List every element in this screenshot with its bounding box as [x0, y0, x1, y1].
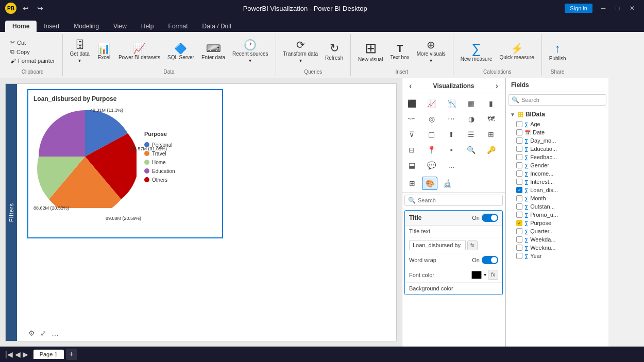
viz-gauge[interactable]: ◑ [464, 112, 479, 126]
field-year[interactable]: ∑ Year [506, 252, 608, 260]
recent-sources-button[interactable]: 🕐 Recent sources ▾ [229, 38, 271, 65]
viz-line2[interactable]: 〰 [404, 112, 419, 126]
viz-fields-icon[interactable]: ⊞ [404, 177, 420, 190]
enter-data-button[interactable]: ⌨ Enter data [198, 41, 228, 62]
field-promo-checkbox[interactable] [516, 212, 522, 218]
quick-measure-button[interactable]: ⚡ Quick measure [496, 41, 537, 62]
tab-home[interactable]: Home [5, 21, 37, 32]
undo-button[interactable]: ↩ [21, 3, 31, 13]
field-daymo-checkbox[interactable] [516, 137, 522, 144]
field-education[interactable]: ∑ Educatio... [506, 145, 608, 153]
field-date-checkbox[interactable] [516, 129, 522, 135]
viz-matrix[interactable]: ⊟ [404, 143, 419, 157]
add-page-button[interactable]: + [66, 349, 77, 360]
viz-stacked-col[interactable]: ▮ [484, 96, 498, 111]
title-toggle[interactable] [482, 214, 498, 222]
viz-slicer[interactable]: ☰ [464, 127, 479, 142]
field-outstanding-checkbox[interactable] [516, 203, 522, 210]
more-options-btn[interactable]: … [50, 328, 60, 338]
field-year-checkbox[interactable] [516, 253, 522, 259]
viz-filled-map[interactable]: 🗺 [484, 112, 498, 126]
field-day-mo[interactable]: ∑ Day_mo... [506, 136, 608, 145]
transform-data-button[interactable]: ⟳ Transform data ▾ [280, 38, 321, 65]
text-box-button[interactable]: T Text box [387, 41, 412, 62]
viz-table[interactable]: ⊞ [484, 127, 498, 142]
format-painter-button[interactable]: 🖌 Format painter [7, 57, 58, 65]
font-color-dropdown[interactable]: ▾ [484, 272, 486, 278]
fields-search-input[interactable] [521, 97, 603, 103]
title-section-header[interactable]: Title On [405, 211, 502, 226]
new-measure-button[interactable]: ∑ New measure [457, 40, 496, 64]
tab-help[interactable]: Help [134, 21, 161, 32]
new-visual-button[interactable]: ⊞ New visual [355, 39, 386, 64]
tab-format[interactable]: Format [161, 21, 195, 32]
viz-more[interactable]: … [444, 158, 459, 173]
viz-card[interactable]: ▢ [425, 127, 439, 142]
field-interest[interactable]: ∑ Interest... [506, 178, 608, 186]
page-nav-prev[interactable]: ◀ [15, 350, 21, 358]
redo-button[interactable]: ↪ [35, 3, 45, 13]
viz-search-input[interactable] [418, 197, 499, 203]
viz-funnel[interactable]: ⊽ [404, 127, 419, 142]
field-edu-checkbox[interactable] [516, 146, 522, 152]
field-promo[interactable]: ∑ Promo_u... [506, 211, 608, 219]
powerbi-datasets-button[interactable]: 📈 Power BI datasets [115, 41, 163, 62]
close-button[interactable]: ✕ [625, 3, 639, 13]
field-quarter-checkbox[interactable] [516, 228, 522, 234]
viz-nav-left[interactable]: ‹ [408, 81, 413, 91]
filters-panel[interactable]: Filters [6, 84, 17, 341]
viz-area[interactable]: 📉 [444, 96, 459, 111]
viz-format-icon[interactable]: 🎨 [422, 177, 437, 190]
field-date[interactable]: 📅 Date [506, 128, 608, 136]
page-nav-first[interactable]: |◀ [5, 350, 13, 358]
field-gender[interactable]: ∑ Gender [506, 161, 608, 169]
viz-donut[interactable]: ◎ [425, 112, 439, 126]
field-purpose[interactable]: ✓ ∑ Purpose [506, 219, 608, 227]
chart-container[interactable]: Loan_disbursed by Purpose [27, 89, 223, 238]
field-weekday[interactable]: ∑ Weekda... [506, 235, 608, 244]
field-month-checkbox[interactable] [516, 195, 522, 201]
page-nav-next[interactable]: ▶ [23, 350, 28, 358]
field-income[interactable]: ∑ Income... [506, 169, 608, 178]
tab-modeling[interactable]: Modeling [66, 21, 106, 32]
viz-waterfall[interactable]: ⬓ [404, 158, 419, 173]
get-data-button[interactable]: 🗄 Get data ▾ [67, 38, 93, 65]
cut-button[interactable]: ✂ Cut [7, 38, 58, 47]
field-loan-checkbox[interactable]: ✓ [516, 187, 522, 193]
field-quarter[interactable]: ∑ Quarter... [506, 227, 608, 235]
field-feedback[interactable]: ∑ Feedbac... [506, 153, 608, 161]
viz-qna[interactable]: 💬 [425, 158, 439, 173]
viz-analytics-icon[interactable]: 🔬 [439, 177, 455, 190]
field-month[interactable]: ∑ Month [506, 194, 608, 202]
fields-search-box[interactable]: 🔍 [508, 94, 606, 106]
bidata-root[interactable]: ▼ ⊞ BIData [506, 109, 608, 120]
viz-nav-right[interactable]: › [494, 81, 500, 91]
word-wrap-toggle[interactable] [482, 256, 498, 264]
viz-multi-row[interactable]: ▦ [464, 96, 479, 111]
font-color-swatch[interactable] [471, 271, 482, 279]
viz-kpi[interactable]: ⬆ [444, 127, 459, 142]
field-weekday-checkbox[interactable] [516, 236, 522, 243]
tab-view[interactable]: View [106, 21, 134, 32]
field-outstanding[interactable]: ∑ Outstan... [506, 202, 608, 211]
signin-button[interactable]: Sign in [565, 4, 592, 13]
refresh-button[interactable]: ↻ Refresh [322, 41, 346, 63]
field-age-checkbox[interactable] [516, 121, 522, 127]
field-feedback-checkbox[interactable] [516, 154, 522, 160]
more-visuals-button[interactable]: ⊕ More visuals ▾ [414, 38, 449, 65]
viz-treemap[interactable]: ▪ [444, 143, 459, 157]
sql-server-button[interactable]: 🔷 SQL Server [164, 41, 197, 62]
field-income-checkbox[interactable] [516, 170, 522, 177]
viz-line[interactable]: 📈 [425, 96, 439, 111]
field-loan[interactable]: ✓ ∑ Loan_dis... [506, 186, 608, 194]
field-purpose-checkbox[interactable]: ✓ [516, 220, 522, 226]
viz-map[interactable]: 📍 [425, 143, 439, 157]
page-tab-1[interactable]: Page 1 [33, 350, 64, 359]
viz-stacked-bar[interactable]: ⬛ [404, 96, 419, 111]
field-interest-checkbox[interactable] [516, 179, 522, 185]
focus-mode-btn[interactable]: ⤢ [39, 328, 47, 338]
field-age[interactable]: ∑ Age [506, 120, 608, 128]
filter-toolbar-btn[interactable]: ⚙ [27, 328, 36, 338]
field-weeknum[interactable]: ∑ Weeknu... [506, 244, 608, 252]
copy-button[interactable]: ⧉ Copy [7, 47, 58, 56]
